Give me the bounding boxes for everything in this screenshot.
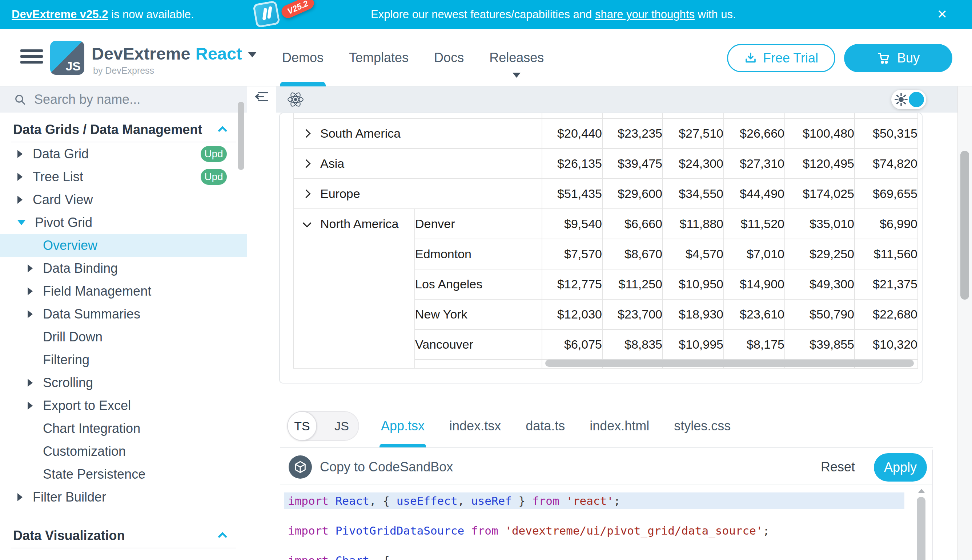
hamburger-menu-icon[interactable] — [20, 49, 43, 66]
pivot-value-cell[interactable]: $20,440 — [542, 118, 602, 148]
pivot-value-cell[interactable]: $39,475 — [602, 148, 662, 179]
pivot-value-cell[interactable]: $6,660 — [602, 209, 662, 239]
pivot-value-cell[interactable]: $49,300 — [785, 269, 855, 299]
pivot-region-cell[interactable]: Europe — [293, 179, 542, 209]
chevron-right-icon[interactable] — [302, 159, 310, 168]
sidebar-item-customization[interactable]: Customization — [0, 440, 247, 463]
pivot-region-cell[interactable]: North America — [293, 209, 415, 368]
pivot-value-cell[interactable]: $11,560 — [855, 239, 918, 269]
pivot-value-cell[interactable]: $120,495 — [785, 148, 855, 179]
sidebar-item-chart-integration[interactable]: Chart Integration — [0, 417, 247, 440]
pivot-hscroll-thumb[interactable] — [545, 360, 914, 367]
sidebar-item-export-to-excel[interactable]: Export to Excel — [0, 394, 247, 417]
language-toggle[interactable]: TS JS — [287, 411, 359, 441]
buy-button[interactable]: Buy — [844, 44, 952, 72]
pivot-value-cell[interactable]: $51,435 — [542, 179, 602, 209]
pivot-value-cell[interactable]: $6,990 — [855, 209, 918, 239]
pivot-value-cell[interactable]: $18,930 — [662, 299, 724, 329]
pivot-city-cell[interactable]: Denver — [415, 209, 542, 239]
pivot-value-cell[interactable]: $26,135 — [542, 148, 602, 179]
pivot-value-cell[interactable]: $8,175 — [724, 329, 785, 360]
sidebar-item-data-binding[interactable]: Data Binding — [0, 257, 247, 280]
sidebar-item-drill-down[interactable]: Drill Down — [0, 325, 247, 348]
pivot-value-cell[interactable]: $23,700 — [602, 299, 662, 329]
page-scrollbar-thumb[interactable] — [960, 151, 969, 300]
pivot-value-cell[interactable]: $50,315 — [855, 118, 918, 148]
pivot-city-cell[interactable]: Vancouver — [415, 329, 542, 360]
pivot-value-cell[interactable]: $8,835 — [602, 329, 662, 360]
pivot-value-cell[interactable]: $10,995 — [662, 329, 724, 360]
pivot-value-cell[interactable]: $34,550 — [662, 179, 724, 209]
chevron-down-icon[interactable] — [303, 218, 311, 227]
pivot-city-cell[interactable]: Los Angeles — [415, 269, 542, 299]
chevron-right-icon[interactable] — [302, 189, 310, 198]
sidebar-item-scrolling[interactable]: Scrolling — [0, 371, 247, 394]
pivot-region-cell[interactable]: Asia — [293, 148, 542, 179]
code-scrollbar-thumb[interactable] — [917, 497, 925, 560]
pivot-value-cell[interactable]: $11,880 — [662, 209, 724, 239]
pivot-value-cell[interactable]: $4,570 — [662, 239, 724, 269]
sidebar-item-filtering[interactable]: Filtering — [0, 348, 247, 371]
copy-to-codesandbox-button[interactable]: Copy to CodeSandBox — [289, 455, 453, 478]
sidebar-item-data-summaries[interactable]: Data Summaries — [0, 303, 247, 325]
collapse-sidebar-icon[interactable] — [254, 91, 269, 104]
sidebar-search[interactable] — [0, 87, 247, 113]
pivot-value-cell[interactable]: $23,235 — [602, 118, 662, 148]
pivot-value-cell[interactable]: $26,660 — [724, 118, 785, 148]
pivot-region-header[interactable]: Asia — [294, 157, 542, 171]
sidebar-item-overview[interactable]: Overview — [0, 234, 247, 257]
nav-item-docs[interactable]: Docs — [434, 29, 464, 87]
version-link[interactable]: DevExtreme v25.2 — [12, 8, 108, 21]
pivot-value-cell[interactable]: $12,030 — [542, 299, 602, 329]
pivot-city-cell[interactable]: Edmonton — [415, 239, 542, 269]
free-trial-button[interactable]: Free Trial — [727, 44, 835, 72]
pivot-value-cell[interactable]: $39,855 — [785, 329, 855, 360]
tab-data-ts[interactable]: data.ts — [525, 411, 565, 441]
pivot-value-cell[interactable]: $8,670 — [602, 239, 662, 269]
tab-app-tsx[interactable]: App.tsx — [381, 411, 425, 441]
pivot-value-cell[interactable]: $27,310 — [724, 148, 785, 179]
pivot-value-cell[interactable]: $44,490 — [724, 179, 785, 209]
pivot-value-cell[interactable]: $7,570 — [542, 239, 602, 269]
pivot-region-header[interactable]: North America — [294, 217, 398, 231]
pivot-value-cell[interactable]: $6,075 — [542, 329, 602, 360]
language-option-js[interactable]: JS — [335, 412, 349, 440]
pivot-value-cell[interactable]: $23,610 — [724, 299, 785, 329]
pivot-value-cell[interactable]: $21,375 — [855, 269, 918, 299]
pivot-value-cell[interactable]: $12,775 — [542, 269, 602, 299]
tab-styles-css[interactable]: styles.css — [674, 411, 731, 441]
pivot-region-header[interactable]: South America — [294, 127, 542, 140]
pivot-value-cell[interactable]: $10,320 — [855, 329, 918, 360]
pivot-city-cell[interactable]: New York — [415, 299, 542, 329]
pivot-value-cell[interactable]: $29,250 — [785, 239, 855, 269]
pivot-value-cell[interactable]: $10,950 — [662, 269, 724, 299]
devextreme-js-logo[interactable]: JS — [50, 41, 84, 75]
pivot-value-cell[interactable]: $7,010 — [724, 239, 785, 269]
sidebar-item-field-management[interactable]: Field Management — [0, 280, 247, 303]
close-icon[interactable]: ✕ — [937, 0, 948, 29]
sidebar-item-state-persistence[interactable]: State Persistence — [0, 463, 247, 485]
sidebar-item-data-grid[interactable]: Data GridUpd — [0, 142, 247, 165]
code-scroll-up-icon[interactable] — [918, 489, 925, 493]
nav-item-releases[interactable]: Releases — [489, 29, 544, 87]
sidebar-scrollbar[interactable] — [238, 102, 244, 170]
pivot-value-cell[interactable]: $50,790 — [785, 299, 855, 329]
pivot-value-cell[interactable]: $11,520 — [724, 209, 785, 239]
pivot-value-cell[interactable]: $11,250 — [602, 269, 662, 299]
chevron-right-icon[interactable] — [302, 129, 310, 138]
pivot-value-cell[interactable]: $27,510 — [662, 118, 724, 148]
pivot-value-cell[interactable]: $22,680 — [855, 299, 918, 329]
apply-button[interactable]: Apply — [874, 453, 927, 482]
pivot-value-cell[interactable]: $100,480 — [785, 118, 855, 148]
pivot-value-cell[interactable]: $29,600 — [602, 179, 662, 209]
pivot-region-header[interactable]: Europe — [294, 187, 542, 201]
pivot-value-cell[interactable]: $14,900 — [724, 269, 785, 299]
pivot-value-cell[interactable]: $9,540 — [542, 209, 602, 239]
sidebar-item-tree-list[interactable]: Tree ListUpd — [0, 165, 247, 188]
theme-toggle[interactable] — [891, 90, 926, 109]
share-your-thoughts-link[interactable]: share your thoughts — [595, 8, 695, 21]
sidebar-item-pivot-grid[interactable]: Pivot Grid — [0, 211, 247, 234]
nav-item-templates[interactable]: Templates — [349, 29, 408, 87]
sidebar-item-filter-builder[interactable]: Filter Builder — [0, 485, 247, 508]
pivot-value-cell[interactable]: $35,010 — [785, 209, 855, 239]
